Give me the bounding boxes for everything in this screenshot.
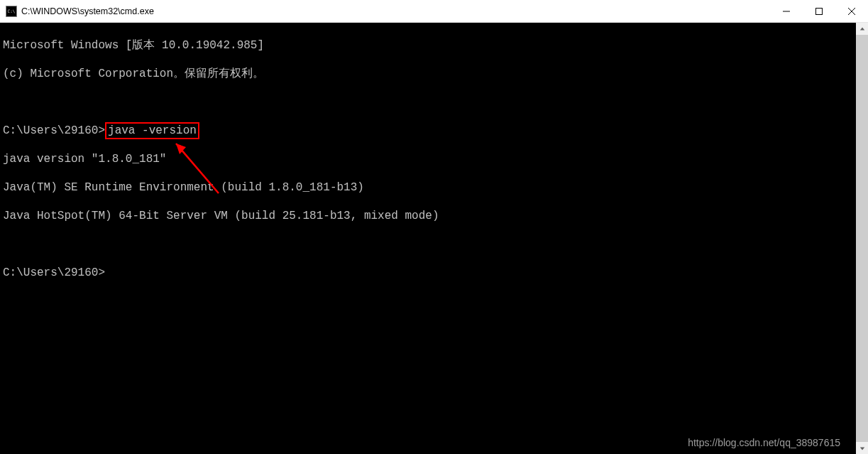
output-line: java version "1.8.0_181" xyxy=(3,152,853,166)
watermark-text: https://blog.csdn.net/qq_38987615 xyxy=(688,436,840,450)
prompt-line: C:\Users\29160> xyxy=(3,266,853,280)
scroll-down-button[interactable] xyxy=(856,442,868,454)
close-button[interactable] xyxy=(835,0,868,22)
maximize-button[interactable] xyxy=(803,0,835,22)
scrollbar-track[interactable] xyxy=(856,35,868,442)
vertical-scrollbar[interactable] xyxy=(856,23,868,454)
scroll-up-button[interactable] xyxy=(856,23,868,35)
terminal-output[interactable]: Microsoft Windows [版本 10.0.19042.985] (c… xyxy=(0,23,856,454)
blank-line xyxy=(3,95,853,109)
highlighted-command: java -version xyxy=(105,122,199,139)
minimize-button[interactable] xyxy=(770,0,803,22)
cmd-window: C:\WINDOWS\system32\cmd.exe Microsoft Wi… xyxy=(0,0,868,454)
terminal-wrap: Microsoft Windows [版本 10.0.19042.985] (c… xyxy=(0,23,868,454)
output-line: Java(TM) SE Runtime Environment (build 1… xyxy=(3,180,853,195)
cmd-icon xyxy=(6,6,17,17)
titlebar[interactable]: C:\WINDOWS\system32\cmd.exe xyxy=(0,0,868,23)
window-title: C:\WINDOWS\system32\cmd.exe xyxy=(21,6,770,16)
prompt-line: C:\Users\29160>java -version xyxy=(3,124,853,138)
window-controls xyxy=(770,0,868,22)
svg-rect-1 xyxy=(816,8,823,14)
output-line: Java HotSpot(TM) 64-Bit Server VM (build… xyxy=(3,209,853,223)
svg-marker-6 xyxy=(859,27,864,30)
scrollbar-thumb[interactable] xyxy=(856,35,868,442)
svg-marker-7 xyxy=(859,447,864,450)
prompt-prefix: C:\Users\29160> xyxy=(3,124,105,137)
output-line: Microsoft Windows [版本 10.0.19042.985] xyxy=(3,38,853,53)
blank-line xyxy=(3,237,853,252)
output-line: (c) Microsoft Corporation。保留所有权利。 xyxy=(3,67,853,81)
